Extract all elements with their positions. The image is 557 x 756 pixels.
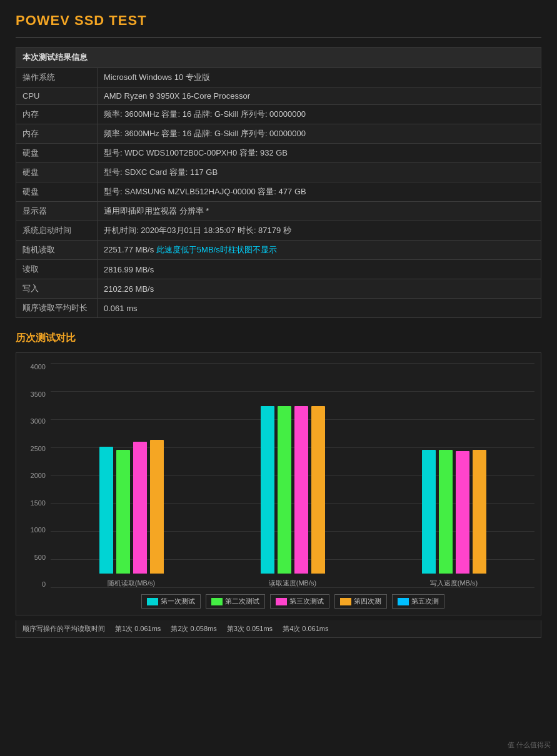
bar [311, 406, 325, 574]
table-cell-value: AMD Ryzen 9 3950X 16-Core Processor [98, 87, 541, 105]
table-cell-label: 操作系统 [16, 68, 98, 87]
legend-color-box [340, 598, 351, 605]
bar-group [261, 406, 325, 574]
legend-item: 第三次测试 [270, 594, 329, 609]
legend-label: 第二次测试 [225, 597, 259, 606]
bar-group [99, 440, 164, 574]
bar-group-label: 随机读取(MB/s) [108, 579, 155, 588]
bottom-row-item: 第2次 0.058ms [171, 624, 216, 634]
table-cell-value: 通用即插即用监视器 分辨率 * [98, 202, 541, 221]
bar [99, 447, 113, 574]
table-cell-label: 内存 [16, 105, 98, 124]
table-cell-value: 2816.99 MB/s [98, 260, 541, 279]
note-text: 此速度低于5MB/s时柱状图不显示 [156, 245, 277, 254]
legend-item: 第二次测试 [206, 594, 265, 609]
bar [439, 450, 453, 574]
bar-group [422, 450, 486, 574]
legend-item: 第四次测 [334, 594, 387, 609]
table-cell-value: 开机时间: 2020年03月01日 18:35:07 时长: 87179 秒 [98, 221, 541, 241]
y-axis-label: 0 [19, 580, 46, 588]
table-cell-label: 系统启动时间 [16, 221, 98, 241]
chart-area: 05001000150020002500300035004000 随机读取(MB… [51, 363, 534, 588]
legend: 第一次测试第二次测试第三次测试第四次测第五次测 [51, 594, 534, 609]
legend-label: 第三次测试 [289, 597, 324, 606]
table-cell-value: 型号: SAMSUNG MZVLB512HAJQ-00000 容量: 477 G… [98, 182, 541, 202]
y-axis-label: 3000 [19, 417, 46, 425]
bar [261, 406, 274, 574]
legend-color-box [147, 598, 158, 605]
legend-item: 第一次测试 [141, 594, 201, 609]
y-axis-label: 2000 [19, 472, 46, 479]
chart-container: 05001000150020002500300035004000 随机读取(MB… [16, 352, 541, 615]
info-table: 本次测试结果信息 操作系统Microsoft Windows 10 专业版CPU… [16, 47, 541, 318]
table-cell-value: 频率: 3600MHz 容量: 16 品牌: G-Skill 序列号: 0000… [98, 124, 541, 144]
y-axis-label: 2500 [19, 445, 46, 452]
legend-color-box [276, 598, 287, 605]
table-cell-value: 2251.77 MB/s 此速度低于5MB/s时柱状图不显示 [98, 241, 541, 260]
bottom-row-item: 第3次 0.051ms [227, 624, 273, 634]
page-title: POWEV SSD TEST [16, 12, 541, 29]
bar [456, 451, 469, 574]
y-axis-label: 1000 [19, 526, 46, 534]
legend-label: 第四次测 [354, 597, 381, 606]
bar-group-wrapper: 读取速度(MB/s) [224, 406, 361, 588]
watermark: 值 什么值得买 [508, 740, 551, 750]
table-cell-value: 型号: WDC WDS100T2B0C-00PXH0 容量: 932 GB [98, 144, 541, 163]
bar-group-label: 写入速度(MB/s) [430, 579, 478, 588]
table-cell-value: Microsoft Windows 10 专业版 [98, 68, 541, 87]
bar [278, 406, 291, 574]
divider [16, 37, 541, 38]
table-cell-label: 硬盘 [16, 163, 98, 182]
bar [294, 406, 308, 574]
y-axis-label: 4000 [19, 363, 46, 371]
y-axis: 05001000150020002500300035004000 [19, 363, 46, 588]
bottom-row: 顺序写操作的平均读取时间第1次 0.061ms第2次 0.058ms第3次 0.… [16, 620, 541, 638]
y-axis-label: 500 [19, 554, 46, 561]
bar-groups: 随机读取(MB/s)读取速度(MB/s)写入速度(MB/s) [51, 363, 534, 588]
bar [422, 450, 436, 574]
bar-group-wrapper: 写入速度(MB/s) [386, 450, 522, 588]
bar [133, 442, 147, 574]
table-cell-label: CPU [16, 87, 98, 105]
table-cell-label: 读取 [16, 260, 98, 279]
bottom-row-item: 顺序写操作的平均读取时间 [23, 624, 105, 634]
table-cell-value: 型号: SDXC Card 容量: 117 GB [98, 163, 541, 182]
table-cell-label: 显示器 [16, 202, 98, 221]
bottom-row-item: 第4次 0.061ms [283, 624, 328, 634]
legend-label: 第五次测 [411, 597, 439, 606]
table-cell-label: 硬盘 [16, 182, 98, 202]
legend-item: 第五次测 [392, 594, 444, 609]
bar [116, 450, 130, 574]
table-cell-label: 内存 [16, 124, 98, 144]
chart-section-title: 历次测试对比 [16, 332, 541, 345]
table-cell-label: 顺序读取平均时长 [16, 299, 98, 318]
bottom-row-item: 第1次 0.061ms [115, 624, 161, 634]
legend-label: 第一次测试 [161, 597, 195, 606]
legend-color-box [211, 598, 223, 605]
y-axis-label: 3500 [19, 390, 46, 398]
table-cell-value: 0.061 ms [98, 299, 541, 318]
legend-color-box [398, 598, 409, 605]
table-header: 本次测试结果信息 [16, 47, 541, 68]
table-cell-value: 频率: 3600MHz 容量: 16 品牌: G-Skill 序列号: 0000… [98, 105, 541, 124]
bar-group-wrapper: 随机读取(MB/s) [63, 440, 199, 588]
table-cell-label: 写入 [16, 279, 98, 299]
bar [150, 440, 164, 574]
table-cell-label: 硬盘 [16, 144, 98, 163]
table-cell-value: 2102.26 MB/s [98, 279, 541, 299]
y-axis-label: 1500 [19, 499, 46, 507]
bar-group-label: 读取速度(MB/s) [269, 579, 316, 588]
bar [473, 450, 486, 574]
table-cell-label: 随机读取 [16, 241, 98, 260]
